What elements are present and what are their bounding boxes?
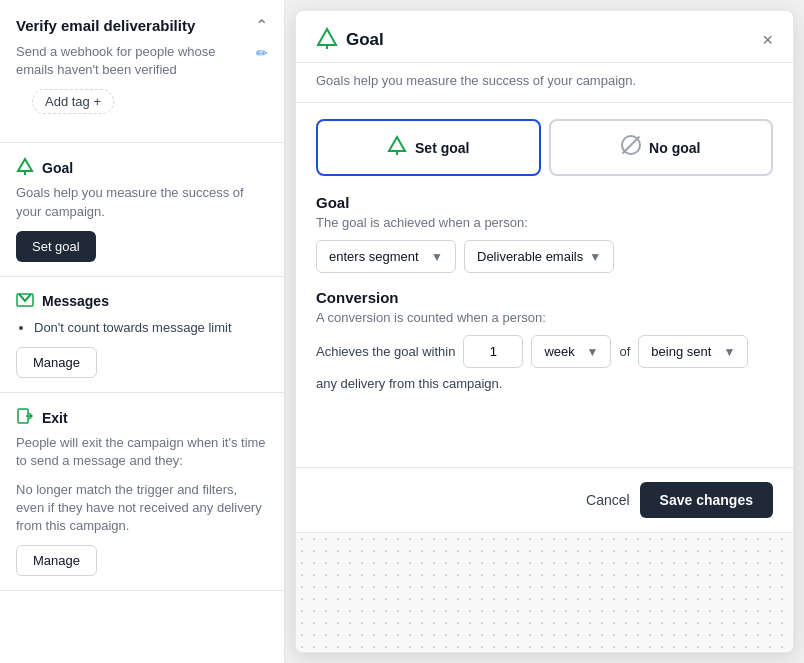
conversion-title: Conversion xyxy=(316,289,773,306)
exit-description2: No longer match the trigger and filters,… xyxy=(16,481,268,536)
dropdown2-chevron-icon: ▼ xyxy=(589,250,601,264)
goal-form-title: Goal xyxy=(316,194,773,211)
exit-manage-button[interactable]: Manage xyxy=(16,545,97,576)
no-goal-toggle-label: No goal xyxy=(649,140,700,156)
time-unit-dropdown[interactable]: week ▼ xyxy=(531,335,611,368)
goal-icon xyxy=(16,157,34,178)
cancel-button[interactable]: Cancel xyxy=(586,492,630,508)
modal-goal-icon xyxy=(316,27,338,52)
goal-modal: Goal × Goals help you measure the succes… xyxy=(295,10,794,653)
goal-section-header: Goal xyxy=(16,157,268,178)
exit-section-header: Exit xyxy=(16,407,268,428)
goal-form-desc: The goal is achieved when a person: xyxy=(316,215,773,230)
modal-subtitle: Goals help you measure the success of yo… xyxy=(296,63,793,103)
messages-bullets: Don't count towards message limit xyxy=(16,318,268,338)
conversion-suffix: any delivery from this campaign. xyxy=(316,376,773,391)
exit-icon xyxy=(16,407,34,428)
enters-segment-value: enters segment xyxy=(329,249,419,264)
left-header: Verify email deliverability ⌃ xyxy=(0,0,284,43)
subtitle-text: Send a webhook for people whose emails h… xyxy=(16,43,250,79)
add-tag-button[interactable]: Add tag + xyxy=(32,89,114,114)
add-tag-label: Add tag + xyxy=(45,94,101,109)
time-unit-value: week xyxy=(544,344,574,359)
left-subtitle: Send a webhook for people whose emails h… xyxy=(0,43,284,89)
messages-title: Messages xyxy=(42,293,109,309)
left-panel-title: Verify email deliverability xyxy=(16,17,195,34)
no-goal-icon xyxy=(621,135,641,160)
goal-form: Goal The goal is achieved when a person:… xyxy=(316,194,773,273)
modal-title-row: Goal xyxy=(316,27,384,52)
goal-description: Goals help you measure the success of yo… xyxy=(16,184,268,220)
messages-section: Messages Don't count towards message lim… xyxy=(0,277,284,394)
messages-bullet: Don't count towards message limit xyxy=(34,318,268,338)
edit-icon[interactable]: ✏ xyxy=(256,44,268,64)
goal-toggle: Set goal No goal xyxy=(316,119,773,176)
save-changes-button[interactable]: Save changes xyxy=(640,482,773,518)
exit-section: Exit People will exit the campaign when … xyxy=(0,393,284,591)
goal-title: Goal xyxy=(42,160,73,176)
being-sent-value: being sent xyxy=(651,344,711,359)
set-goal-toggle-icon xyxy=(387,135,407,160)
achieves-label: Achieves the goal within xyxy=(316,344,455,359)
exit-title: Exit xyxy=(42,410,68,426)
close-button[interactable]: × xyxy=(762,31,773,49)
svg-marker-0 xyxy=(18,159,32,171)
messages-section-header: Messages xyxy=(16,291,268,312)
time-unit-chevron-icon: ▼ xyxy=(587,345,599,359)
deliverable-emails-dropdown[interactable]: Deliverable emails ▼ xyxy=(464,240,614,273)
modal-title: Goal xyxy=(346,30,384,50)
no-goal-toggle[interactable]: No goal xyxy=(549,119,774,176)
dropdown1-chevron-icon: ▼ xyxy=(431,250,443,264)
being-sent-dropdown[interactable]: being sent ▼ xyxy=(638,335,748,368)
goal-dropdowns: enters segment ▼ Deliverable emails ▼ xyxy=(316,240,773,273)
modal-body: Set goal No goal Goal The goal is achiev… xyxy=(296,103,793,467)
left-panel: Verify email deliverability ⌃ Send a web… xyxy=(0,0,285,663)
bottom-dotted-area xyxy=(296,532,793,652)
goal-section: Goal Goals help you measure the success … xyxy=(0,143,284,276)
svg-marker-6 xyxy=(389,137,405,151)
set-goal-toggle[interactable]: Set goal xyxy=(316,119,541,176)
chevron-up-icon: ⌃ xyxy=(255,16,268,35)
messages-icon xyxy=(16,291,34,312)
conversion-form: Conversion A conversion is counted when … xyxy=(316,289,773,391)
being-sent-chevron-icon: ▼ xyxy=(723,345,735,359)
set-goal-toggle-label: Set goal xyxy=(415,140,469,156)
messages-manage-button[interactable]: Manage xyxy=(16,347,97,378)
modal-footer: Cancel Save changes xyxy=(296,467,793,532)
modal-header: Goal × xyxy=(296,11,793,63)
enters-segment-dropdown[interactable]: enters segment ▼ xyxy=(316,240,456,273)
exit-description1: People will exit the campaign when it's … xyxy=(16,434,268,470)
set-goal-button[interactable]: Set goal xyxy=(16,231,96,262)
goal-number-input[interactable] xyxy=(463,335,523,368)
modal-subtitle-text: Goals help you measure the success of yo… xyxy=(316,73,636,88)
svg-marker-4 xyxy=(318,29,336,45)
of-label: of xyxy=(619,344,630,359)
conversion-row: Achieves the goal within week ▼ of being… xyxy=(316,335,773,368)
conversion-desc: A conversion is counted when a person: xyxy=(316,310,773,325)
deliverable-emails-value: Deliverable emails xyxy=(477,249,583,264)
